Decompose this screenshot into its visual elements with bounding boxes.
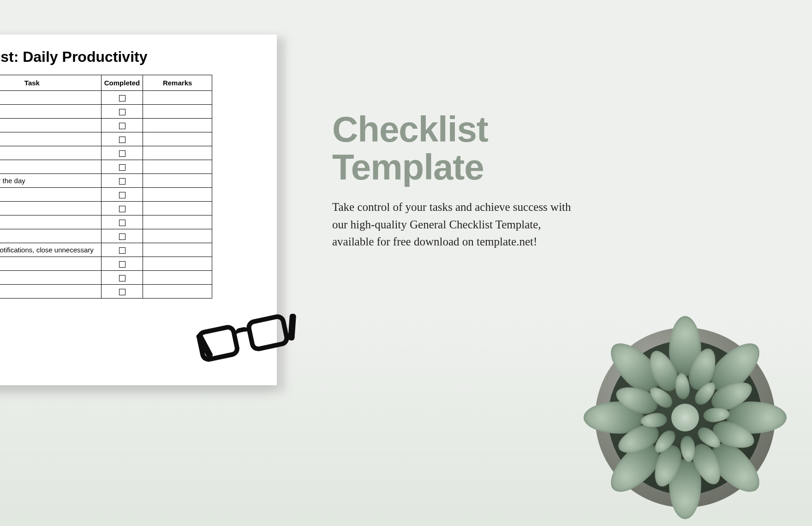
- completed-cell: [101, 202, 143, 215]
- checkbox-icon: [119, 123, 125, 129]
- table-row: en tasks: [0, 285, 212, 299]
- remarks-cell: [143, 105, 212, 119]
- col-task: Task: [0, 75, 101, 91]
- table-row: [0, 91, 212, 105]
- table-row: [0, 202, 212, 215]
- completed-cell: [101, 257, 143, 271]
- table-header-row: Task Completed Remarks: [0, 75, 212, 91]
- heading-line-1: Checklist: [332, 109, 488, 149]
- promo-description: Take control of your tasks and achieve s…: [332, 198, 577, 251]
- checkbox-icon: [119, 247, 125, 254]
- succulent-plant: [595, 328, 775, 508]
- checkbox-icon: [119, 275, 125, 281]
- task-cell: r timer: [0, 271, 101, 285]
- task-cell: nt tasks for the day: [0, 174, 101, 188]
- remarks-cell: [143, 132, 212, 146]
- completed-cell: [101, 174, 143, 188]
- checkbox-icon: [119, 109, 125, 115]
- completed-cell: [101, 243, 143, 257]
- table-row: [0, 146, 212, 160]
- completed-cell: [101, 132, 143, 146]
- completed-cell: [101, 91, 143, 105]
- checkbox-icon: [119, 150, 125, 157]
- remarks-cell: [143, 257, 212, 271]
- completed-cell: [101, 188, 143, 202]
- table-row: [0, 132, 212, 146]
- checkbox-icon: [119, 137, 125, 143]
- completed-cell: [101, 215, 143, 229]
- table-row: r timer: [0, 271, 212, 285]
- table-row: [0, 188, 212, 202]
- table-row: [0, 257, 212, 271]
- task-cell: [0, 202, 101, 215]
- completed-cell: [101, 271, 143, 285]
- remarks-cell: [143, 188, 212, 202]
- task-cell: ne: [0, 229, 101, 243]
- completed-cell: [101, 119, 143, 132]
- task-cell: [0, 119, 101, 132]
- col-remarks: Remarks: [143, 75, 212, 91]
- promo-heading: Checklist Template: [332, 111, 591, 186]
- remarks-cell: [143, 174, 212, 188]
- remarks-cell: [143, 215, 212, 229]
- task-cell: rity task: [0, 215, 101, 229]
- remarks-cell: [143, 285, 212, 299]
- checkbox-icon: [119, 261, 125, 268]
- table-row: ., turn off notifications, close unneces…: [0, 243, 212, 257]
- checkbox-icon: [119, 178, 125, 185]
- completed-cell: [101, 160, 143, 174]
- completed-cell: [101, 105, 143, 119]
- heading-line-2: Template: [332, 147, 484, 187]
- checklist-table: Task Completed Remarks nt tasks for the …: [0, 75, 212, 299]
- checkbox-icon: [119, 233, 125, 240]
- checkbox-icon: [119, 164, 125, 171]
- table-row: [0, 105, 212, 119]
- remarks-cell: [143, 243, 212, 257]
- remarks-cell: [143, 119, 212, 132]
- checkbox-icon: [119, 95, 125, 102]
- task-cell: [0, 105, 101, 119]
- table-row: rity task: [0, 215, 212, 229]
- checkbox-icon: [119, 206, 125, 212]
- table-row: ne: [0, 229, 212, 243]
- task-cell: [0, 257, 101, 271]
- completed-cell: [101, 146, 143, 160]
- table-row: [0, 119, 212, 132]
- remarks-cell: [143, 229, 212, 243]
- table-row: nt tasks for the day: [0, 174, 212, 188]
- completed-cell: [101, 229, 143, 243]
- remarks-cell: [143, 146, 212, 160]
- col-completed: Completed: [101, 75, 143, 91]
- remarks-cell: [143, 202, 212, 215]
- task-cell: [0, 132, 101, 146]
- task-cell: [0, 188, 101, 202]
- task-cell: ., turn off notifications, close unneces…: [0, 243, 101, 257]
- task-cell: en tasks: [0, 285, 101, 299]
- remarks-cell: [143, 271, 212, 285]
- task-cell: [0, 146, 101, 160]
- checkbox-icon: [119, 220, 125, 226]
- checklist-title: ecklist: Daily Productivity: [0, 48, 277, 66]
- completed-cell: [101, 285, 143, 299]
- task-cell: [0, 91, 101, 105]
- checkbox-icon: [119, 289, 125, 295]
- table-row: [0, 160, 212, 174]
- checkbox-icon: [119, 192, 125, 198]
- remarks-cell: [143, 91, 212, 105]
- task-cell: [0, 160, 101, 174]
- remarks-cell: [143, 160, 212, 174]
